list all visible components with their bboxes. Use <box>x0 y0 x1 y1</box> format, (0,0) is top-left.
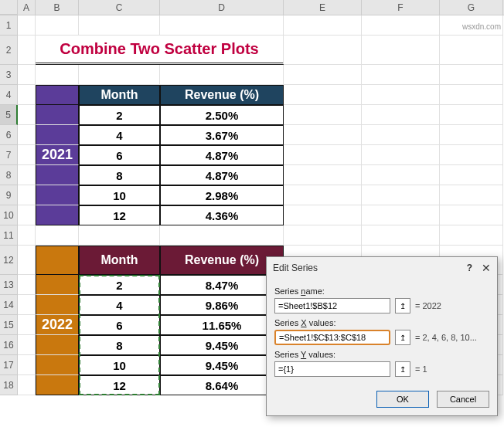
table2-rev: 8.47% <box>160 275 284 295</box>
col-header-D[interactable]: D <box>160 0 284 15</box>
table2-month: 6 <box>79 315 160 335</box>
watermark: wsxdn.com <box>462 22 501 31</box>
dialog-help-button[interactable]: ? <box>467 263 472 273</box>
row-header-7[interactable]: 7 <box>0 145 18 165</box>
row-header-3[interactable]: 3 <box>0 65 18 85</box>
collapse-dialog-icon[interactable]: ↥ <box>395 361 410 377</box>
row-header-4[interactable]: 4 <box>0 85 18 105</box>
table1-month: 12 <box>79 205 160 225</box>
col-header-F[interactable]: F <box>362 0 440 15</box>
table2-rev: 9.86% <box>160 295 284 315</box>
table1-rev: 3.67% <box>160 125 284 145</box>
col-header-A[interactable]: A <box>18 0 36 15</box>
row-header-17[interactable]: 17 <box>0 355 18 375</box>
series-y-label: Series Y values: <box>274 350 489 359</box>
row-header-14[interactable]: 14 <box>0 295 18 315</box>
ok-button[interactable]: OK <box>376 391 429 408</box>
series-y-result: = 1 <box>415 364 427 374</box>
col-header-C[interactable]: C <box>79 0 160 15</box>
table1-month: 8 <box>79 165 160 185</box>
row-header-5[interactable]: 5 <box>0 105 18 125</box>
row-header-11[interactable]: 11 <box>0 225 18 246</box>
select-all-corner[interactable] <box>0 0 18 15</box>
table2-month: 4 <box>79 295 160 315</box>
col-header-E[interactable]: E <box>284 0 362 15</box>
series-x-result: = 2, 4, 6, 8, 10... <box>415 333 477 342</box>
table2-year-label: 2022 <box>36 315 79 335</box>
row-header-column: 1 2 3 4 5 6 7 8 9 10 11 12 13 14 15 16 1… <box>0 15 18 395</box>
table2-month: 8 <box>79 335 160 355</box>
row-header-2[interactable]: 2 <box>0 36 18 65</box>
series-y-input[interactable] <box>274 361 390 377</box>
page-title: Combine Two Scatter Plots <box>36 36 284 65</box>
row-header-18[interactable]: 18 <box>0 375 18 395</box>
series-name-label: Series name: <box>274 286 489 296</box>
row-header-1[interactable]: 1 <box>0 15 18 36</box>
row-header-16[interactable]: 16 <box>0 335 18 355</box>
col-header-B[interactable]: B <box>36 0 79 15</box>
table1-rev: 4.87% <box>160 165 284 185</box>
row-header-13[interactable]: 13 <box>0 275 18 295</box>
series-x-input[interactable] <box>274 330 390 345</box>
table2-header-month: Month <box>79 246 160 275</box>
series-name-result: = 2022 <box>415 301 441 310</box>
column-header-row: A B C D E F G <box>0 0 504 15</box>
table1-month: 4 <box>79 125 160 145</box>
table1-month: 10 <box>79 185 160 205</box>
row-header-8[interactable]: 8 <box>0 165 18 185</box>
table1-header-revenue: Revenue (%) <box>160 85 284 105</box>
table2-month: 12 <box>79 375 160 395</box>
row-header-12[interactable]: 12 <box>0 246 18 275</box>
col-header-G[interactable]: G <box>440 0 503 15</box>
cancel-button[interactable]: Cancel <box>437 391 489 408</box>
table2-rev: 11.65% <box>160 315 284 335</box>
dialog-titlebar[interactable]: Edit Series ? ✕ <box>267 257 497 277</box>
row-header-6[interactable]: 6 <box>0 125 18 145</box>
edit-series-dialog: Edit Series ? ✕ Series name: ↥ = 2022 Se… <box>266 256 498 416</box>
table1-year-label: 2021 <box>36 145 79 165</box>
collapse-dialog-icon[interactable]: ↥ <box>395 298 410 313</box>
table1-month: 2 <box>79 105 160 125</box>
row-header-9[interactable]: 9 <box>0 185 18 205</box>
table1-header-month: Month <box>79 85 160 105</box>
dialog-title-text: Edit Series <box>273 263 318 273</box>
table2-rev: 9.45% <box>160 355 284 375</box>
table2-rev: 9.45% <box>160 335 284 355</box>
table2-month: 2 <box>79 275 160 295</box>
dialog-close-button[interactable]: ✕ <box>482 262 491 274</box>
row-header-15[interactable]: 15 <box>0 315 18 335</box>
table2-month: 10 <box>79 355 160 375</box>
row-header-10[interactable]: 10 <box>0 205 18 225</box>
table1-month: 6 <box>79 145 160 165</box>
table1-rev: 4.87% <box>160 145 284 165</box>
table2-header-revenue: Revenue (%) <box>160 246 284 275</box>
table1-rev: 2.98% <box>160 185 284 205</box>
table1-rev: 4.36% <box>160 205 284 225</box>
series-name-input[interactable] <box>274 298 390 313</box>
table2-rev: 8.64% <box>160 375 284 395</box>
collapse-dialog-icon[interactable]: ↥ <box>395 330 410 345</box>
table1-rev: 2.50% <box>160 105 284 125</box>
series-x-label: Series X values: <box>274 318 489 327</box>
